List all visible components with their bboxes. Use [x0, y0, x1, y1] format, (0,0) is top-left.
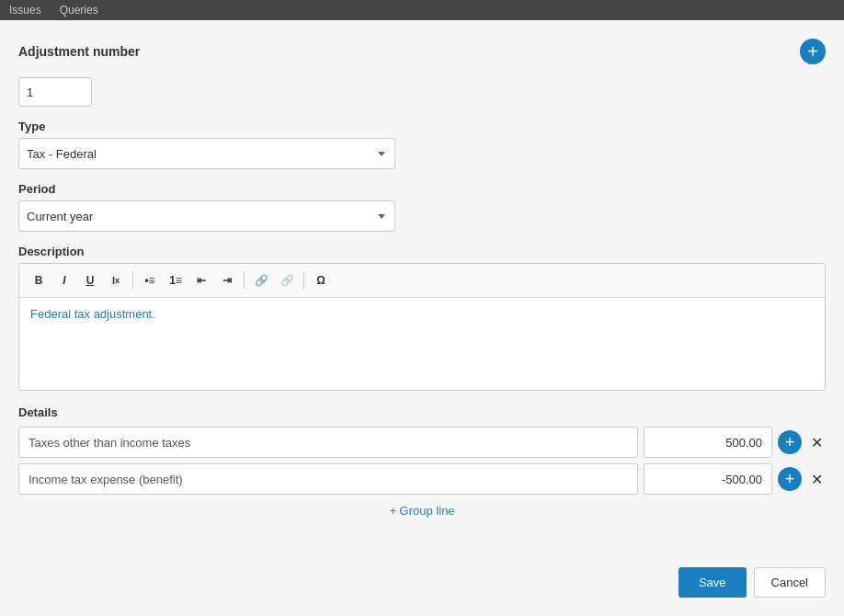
topbar-item-queries[interactable]: Queries [60, 4, 98, 17]
bullet-list-button[interactable]: •≡ [138, 268, 162, 292]
type-group: Type Tax - Federal Tax - State Tax - Oth… [18, 120, 826, 169]
modal-overlay: Adjustment number + Type Tax - Federal T… [0, 20, 844, 616]
description-label: Description [18, 245, 826, 258]
details-section: Details + ✕ + ✕ + Group line [18, 405, 826, 518]
save-button[interactable]: Save [679, 567, 747, 598]
details-row-1: + ✕ [18, 427, 826, 458]
details-label: Details [18, 405, 826, 419]
bold-button[interactable]: B [27, 268, 51, 292]
modal-header: Adjustment number + [18, 39, 826, 64]
details-row-2-text[interactable] [18, 463, 638, 495]
period-label: Period [18, 182, 826, 196]
indent-button[interactable]: ⇥ [215, 268, 239, 292]
type-label: Type [18, 120, 826, 133]
toolbar-sep-2 [244, 271, 245, 290]
underline-button[interactable]: U [78, 268, 102, 292]
unlink-button[interactable]: 🔗 [275, 268, 299, 292]
cancel-button[interactable]: Cancel [754, 567, 826, 598]
details-row-1-add-button[interactable]: + [778, 430, 802, 454]
numbered-list-button[interactable]: 1≡ [164, 268, 188, 292]
period-select[interactable]: Current year Prior year [18, 200, 395, 232]
details-row-2: + ✕ [18, 463, 826, 495]
adjustment-number-title: Adjustment number [18, 44, 140, 59]
details-row-2-value[interactable] [644, 463, 772, 495]
add-button[interactable]: + [800, 39, 826, 64]
description-group: Description B I U Ix •≡ 1≡ ⇤ ⇥ 🔗 🔗 Ω Fed… [18, 245, 826, 391]
details-row-1-text[interactable] [18, 427, 638, 458]
toolbar-sep-1 [132, 271, 133, 290]
details-row-1-remove-button[interactable]: ✕ [807, 433, 826, 451]
group-line[interactable]: + Group line [18, 504, 826, 518]
adjustment-number-input[interactable] [18, 77, 92, 107]
omega-button[interactable]: Ω [309, 268, 333, 292]
adjustment-number-group [18, 77, 826, 107]
italic-button[interactable]: I [52, 268, 76, 292]
editor-container: B I U Ix •≡ 1≡ ⇤ ⇥ 🔗 🔗 Ω Federal tax adj… [18, 263, 826, 391]
toolbar-sep-3 [303, 271, 304, 290]
details-row-2-remove-button[interactable]: ✕ [807, 470, 826, 488]
period-group: Period Current year Prior year [18, 182, 826, 232]
details-row-2-add-button[interactable]: + [778, 467, 802, 491]
topbar-item-issues[interactable]: Issues [9, 4, 41, 17]
type-select[interactable]: Tax - Federal Tax - State Tax - Other [18, 138, 395, 169]
link-button[interactable]: 🔗 [249, 268, 273, 292]
top-bar: Issues Queries [0, 0, 844, 20]
editor-content-area[interactable]: Federal tax adjustment. [19, 298, 825, 390]
clear-format-button[interactable]: Ix [104, 268, 128, 292]
details-row-1-value[interactable] [644, 427, 772, 458]
editor-toolbar: B I U Ix •≡ 1≡ ⇤ ⇥ 🔗 🔗 Ω [19, 264, 825, 298]
outdent-button[interactable]: ⇤ [189, 268, 213, 292]
modal-footer: Save Cancel [679, 567, 826, 598]
